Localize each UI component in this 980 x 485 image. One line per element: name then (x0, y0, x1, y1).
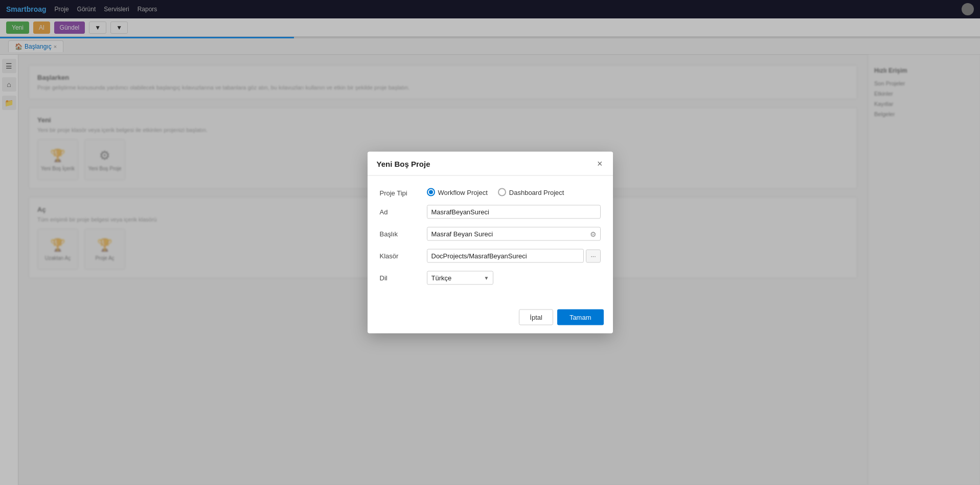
ad-label: Ad (380, 205, 421, 216)
form-row-dil: Dil Türkçe English Deutsch ▼ (380, 271, 601, 285)
radio-dashboard-project[interactable]: Dashboard Project (498, 188, 564, 196)
form-row-baslik: Başlık ⚙ (380, 227, 601, 241)
radio-group-proje-tipi: Workflow Project Dashboard Project (427, 186, 601, 196)
modal-body: Proje Tipi Workflow Project Dashboard Pr… (368, 176, 613, 303)
form-row-klasor: Klasör ··· (380, 249, 601, 263)
modal-title: Yeni Boş Proje (377, 159, 430, 168)
cancel-button[interactable]: İptal (519, 310, 553, 325)
klasor-control: ··· (427, 249, 601, 263)
dil-control: Türkçe English Deutsch ▼ (427, 271, 601, 285)
radio-dashboard-label: Dashboard Project (509, 188, 564, 196)
ad-input[interactable] (427, 205, 601, 219)
radio-circle-workflow (427, 188, 435, 196)
klasor-input-wrap: ··· (427, 249, 601, 263)
proje-tipi-control: Workflow Project Dashboard Project (427, 186, 601, 196)
baslik-input-wrap: ⚙ (427, 227, 601, 241)
dil-select[interactable]: Türkçe English Deutsch (427, 271, 493, 285)
modal-close-button[interactable]: × (596, 159, 604, 168)
modal-header: Yeni Boş Proje × (368, 152, 613, 176)
dil-label: Dil (380, 271, 421, 282)
klasor-input[interactable] (427, 249, 584, 263)
form-row-proje-tipi: Proje Tipi Workflow Project Dashboard Pr… (380, 186, 601, 197)
proje-tipi-label: Proje Tipi (380, 186, 421, 197)
dil-select-wrap: Türkçe English Deutsch ▼ (427, 271, 493, 285)
klasor-ellipsis-button[interactable]: ··· (586, 249, 600, 262)
baslik-control: ⚙ (427, 227, 601, 241)
radio-workflow-label: Workflow Project (438, 188, 488, 196)
klasor-label: Klasör (380, 249, 421, 260)
radio-workflow-project[interactable]: Workflow Project (427, 188, 488, 196)
ad-control (427, 205, 601, 219)
ok-button[interactable]: Tamam (557, 310, 604, 325)
form-row-ad: Ad (380, 205, 601, 219)
radio-circle-dashboard (498, 188, 506, 196)
modal-footer: İptal Tamam (368, 303, 613, 334)
baslik-label: Başlık (380, 227, 421, 238)
baslik-input[interactable] (427, 227, 601, 241)
modal-yeni-bos-proje: Yeni Boş Proje × Proje Tipi Workflow Pro… (368, 152, 613, 334)
baslik-settings-icon[interactable]: ⚙ (590, 230, 597, 238)
